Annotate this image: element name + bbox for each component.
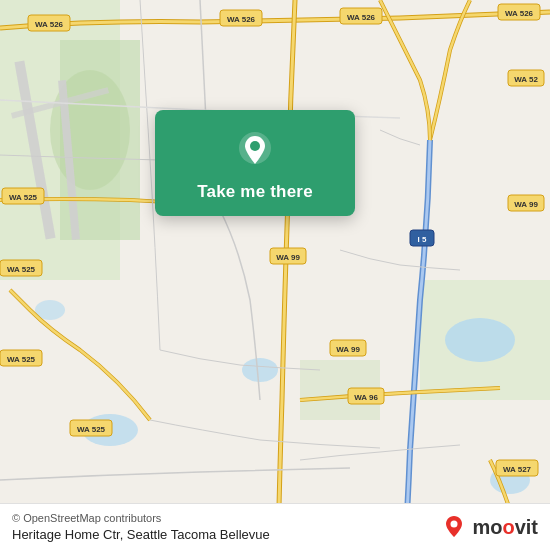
location-pin-icon (233, 128, 277, 172)
take-me-there-card[interactable]: Take me there (155, 110, 355, 216)
take-me-there-label: Take me there (197, 182, 313, 202)
svg-point-44 (250, 141, 260, 151)
svg-text:I 5: I 5 (418, 235, 427, 244)
bottom-bar: © OpenStreetMap contributors Heritage Ho… (0, 503, 550, 550)
svg-text:WA 99: WA 99 (276, 253, 300, 262)
svg-point-45 (451, 521, 458, 528)
svg-text:WA 99: WA 99 (336, 345, 360, 354)
moovit-logo: moovit (440, 513, 538, 541)
svg-text:WA 99: WA 99 (514, 200, 538, 209)
svg-text:WA 526: WA 526 (347, 13, 376, 22)
map-container: WA 526 WA 526 WA 526 WA 526 WA 99 WA 99 … (0, 0, 550, 550)
svg-text:WA 526: WA 526 (227, 15, 256, 24)
svg-text:WA 525: WA 525 (9, 193, 38, 202)
svg-text:WA 526: WA 526 (505, 9, 534, 18)
map-svg: WA 526 WA 526 WA 526 WA 526 WA 99 WA 99 … (0, 0, 550, 550)
moovit-brand-text: moovit (472, 516, 538, 539)
copyright-text: © OpenStreetMap contributors (12, 512, 270, 524)
svg-text:WA 526: WA 526 (35, 20, 64, 29)
svg-point-6 (242, 358, 278, 382)
svg-text:WA 52: WA 52 (514, 75, 538, 84)
svg-text:WA 527: WA 527 (503, 465, 532, 474)
bottom-left-info: © OpenStreetMap contributors Heritage Ho… (12, 512, 270, 542)
location-text: Heritage Home Ctr, Seattle Tacoma Bellev… (12, 527, 270, 542)
svg-text:WA 96: WA 96 (354, 393, 378, 402)
svg-text:WA 525: WA 525 (7, 265, 36, 274)
svg-text:WA 525: WA 525 (7, 355, 36, 364)
svg-point-5 (445, 318, 515, 362)
svg-text:WA 525: WA 525 (77, 425, 106, 434)
moovit-pin-icon (440, 513, 468, 541)
